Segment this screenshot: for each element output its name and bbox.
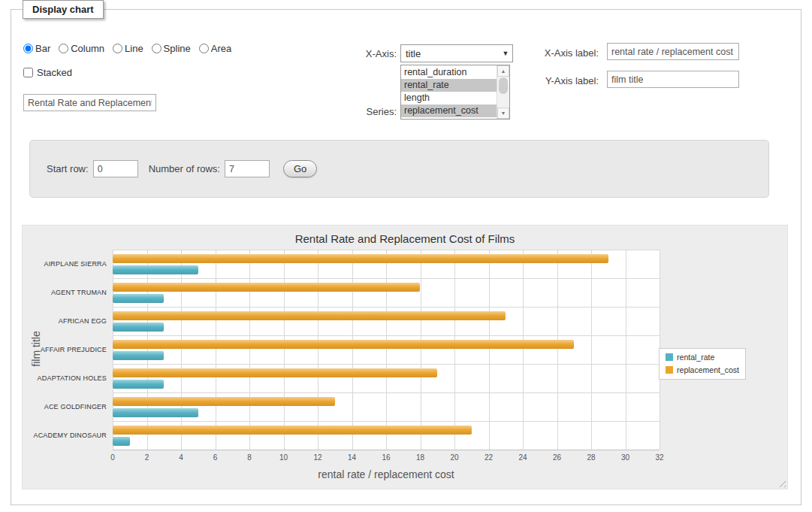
x-axis-selected-value: title <box>401 48 499 59</box>
category-band <box>113 250 660 278</box>
x-tick-label: 32 <box>655 453 663 462</box>
category-label: AFFAIR PREJUDICE <box>41 346 107 353</box>
series-listbox[interactable]: rental_durationrental_ratelengthreplacem… <box>400 65 510 120</box>
stacked-checkbox[interactable] <box>23 68 33 77</box>
bar-replacement_cost[interactable] <box>113 368 437 377</box>
category-band <box>113 307 660 335</box>
display-chart-panel: Display chart BarColumnLineSplineArea St… <box>11 9 801 505</box>
chart-type-option-spline[interactable]: Spline <box>152 43 191 54</box>
chart-type-label: Bar <box>35 43 50 54</box>
x-tick-label: 12 <box>313 453 321 462</box>
x-axis-title: rental rate / replacement cost <box>113 468 660 480</box>
chart-type-label: Spline <box>164 43 191 54</box>
legend-swatch <box>666 366 673 374</box>
bar-rental_rate[interactable] <box>113 323 164 332</box>
scroll-down-icon[interactable]: ▼ <box>497 108 509 119</box>
bar-rental_rate[interactable] <box>113 265 198 274</box>
series-field-label: Series: <box>334 106 397 117</box>
chart-type-option-column[interactable]: Column <box>59 43 104 54</box>
bar-rental_rate[interactable] <box>113 408 198 417</box>
category-band <box>113 364 660 392</box>
x-tick-label: 16 <box>382 453 390 462</box>
x-tick-label: 26 <box>553 453 561 462</box>
series-option-replacement_cost[interactable]: replacement_cost <box>401 105 497 117</box>
chart-legend: rental_ratereplacement_cost <box>659 348 746 380</box>
category-band <box>113 421 660 450</box>
y-axis-label-input[interactable] <box>607 71 739 88</box>
bar-replacement_cost[interactable] <box>113 311 506 320</box>
chart-type-radio[interactable] <box>152 44 161 53</box>
x-ticks: 02468101214161820222426283032 <box>113 453 660 464</box>
chart-type-radio[interactable] <box>59 44 68 53</box>
chart-type-label: Area <box>211 43 231 54</box>
x-tick-label: 4 <box>179 453 183 462</box>
x-tick-label: 24 <box>518 453 527 462</box>
chart-title-input[interactable] <box>23 94 156 111</box>
bar-rental_rate[interactable] <box>113 294 164 303</box>
bar-rental_rate[interactable] <box>113 351 164 360</box>
stacked-label: Stacked <box>37 67 72 78</box>
x-tick-label: 8 <box>247 453 252 462</box>
chart-container: Rental Rate and Replacement Cost of Film… <box>22 225 788 489</box>
y-axis-label-field-label: Y-Axis label: <box>507 75 599 86</box>
bar-replacement_cost[interactable] <box>113 254 608 263</box>
legend-label: rental_rate <box>677 353 714 362</box>
legend-item-replacement_cost[interactable]: replacement_cost <box>666 365 739 374</box>
chart-type-radio[interactable] <box>113 44 122 53</box>
category-band <box>113 392 660 421</box>
resize-handle[interactable] <box>777 478 786 487</box>
chart-type-option-bar[interactable]: Bar <box>23 43 50 54</box>
x-axis-label-input[interactable] <box>607 43 739 60</box>
legend-swatch <box>666 353 673 361</box>
bar-groups <box>113 250 660 450</box>
category-axis-labels: AIRPLANE SIERRAAGENT TRUMANAFRICAN EGGAF… <box>23 250 110 450</box>
x-tick-label: 6 <box>213 453 218 462</box>
category-label: ADAPTATION HOLES <box>38 374 107 382</box>
x-tick-label: 18 <box>416 453 424 462</box>
chart-type-option-area[interactable]: Area <box>199 43 231 54</box>
bar-replacement_cost[interactable] <box>113 283 420 292</box>
series-option-rental_rate[interactable]: rental_rate <box>401 79 497 92</box>
category-band <box>113 335 660 364</box>
series-option-rental_duration[interactable]: rental_duration <box>401 66 497 79</box>
row-range-panel: Start row: Number of rows: Go <box>29 140 769 198</box>
x-tick-label: 22 <box>484 453 493 462</box>
chart-type-radios: BarColumnLineSplineArea <box>23 43 231 54</box>
stacked-option[interactable]: Stacked <box>23 67 72 78</box>
x-axis-select[interactable]: title ▼ <box>400 44 513 62</box>
legend-label: replacement_cost <box>677 365 739 374</box>
category-label: AIRPLANE SIERRA <box>44 260 107 268</box>
go-button[interactable]: Go <box>283 160 317 177</box>
panel-title: Display chart <box>23 0 104 19</box>
legend-item-rental_rate[interactable]: rental_rate <box>666 353 739 362</box>
chart-type-radio[interactable] <box>199 44 209 53</box>
x-tick-label: 28 <box>587 453 595 462</box>
number-of-rows-label: Number of rows: <box>149 163 220 174</box>
x-tick-label: 2 <box>145 453 149 462</box>
x-tick-label: 30 <box>621 453 629 462</box>
start-row-label: Start row: <box>47 163 89 174</box>
category-band <box>113 278 660 307</box>
number-of-rows-input[interactable] <box>225 160 270 177</box>
bar-replacement_cost[interactable] <box>113 340 574 349</box>
chart-type-option-line[interactable]: Line <box>113 43 143 54</box>
x-tick-label: 10 <box>279 453 288 462</box>
chart-type-radio[interactable] <box>23 44 33 53</box>
start-row-input[interactable] <box>93 160 138 177</box>
bar-replacement_cost[interactable] <box>113 426 472 435</box>
scrollbar[interactable]: ▲ ▼ <box>497 65 509 119</box>
category-label: AFRICAN EGG <box>59 317 107 325</box>
category-label: AGENT TRUMAN <box>51 289 107 296</box>
bar-rental_rate[interactable] <box>113 437 130 446</box>
series-options: rental_durationrental_ratelengthreplacem… <box>401 65 497 119</box>
bar-rental_rate[interactable] <box>113 380 164 389</box>
x-tick-label: 0 <box>110 453 115 462</box>
chart-type-label: Column <box>71 43 104 54</box>
plot-area <box>113 250 660 450</box>
bar-replacement_cost[interactable] <box>113 397 335 406</box>
series-option-length[interactable]: length <box>401 92 497 105</box>
x-axis-field-label: X-Axis: <box>327 48 397 59</box>
x-tick-label: 20 <box>450 453 458 462</box>
category-label: ACE GOLDFINGER <box>44 403 107 411</box>
chart-title: Rental Rate and Replacement Cost of Film… <box>23 232 787 245</box>
